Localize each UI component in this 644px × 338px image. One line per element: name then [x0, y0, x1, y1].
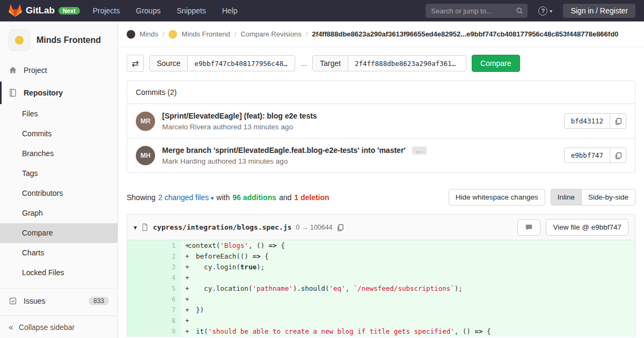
commit-sha-link[interactable]: bfd43112: [564, 113, 610, 129]
file-mode: 0 → 100644: [296, 224, 332, 231]
view-file-button[interactable]: View file @ e9bbf747: [546, 219, 628, 236]
and-label: and: [279, 193, 291, 202]
old-line-gutter: [127, 294, 154, 305]
search-box[interactable]: [426, 4, 528, 18]
diff-view-controls: Hide whitespace changes Inline Side-by-s…: [449, 189, 635, 205]
diff-add-sign: +: [181, 240, 188, 251]
chevron-double-left-icon: «: [9, 322, 13, 332]
side-by-side-toggle[interactable]: Side-by-side: [582, 189, 635, 205]
active-section-indicator: [0, 82, 2, 104]
page-layout: Minds Frontend Project Repository: [0, 21, 644, 338]
new-line-number[interactable]: 8: [154, 315, 181, 326]
inline-toggle[interactable]: Inline: [551, 189, 582, 205]
copy-sha-button[interactable]: [610, 148, 626, 163]
file-icon: [141, 223, 149, 231]
commit-sha-link[interactable]: e9bbf747: [564, 148, 610, 163]
sign-in-button[interactable]: Sign in / Register: [563, 4, 635, 18]
nav-help[interactable]: Help: [222, 6, 238, 15]
old-line-gutter: [127, 273, 154, 283]
nav-groups[interactable]: Groups: [136, 6, 160, 15]
collapse-sidebar-button[interactable]: « Collapse sidebar: [0, 315, 118, 338]
diff-code-cell: +: [181, 273, 635, 283]
brand-name: GitLab: [26, 5, 55, 16]
target-input-group: Target: [312, 55, 466, 71]
commit-sha-group: bfd43112: [564, 113, 626, 129]
project-title: Minds Frontend: [36, 35, 101, 45]
commit-title-link[interactable]: [Sprint/ElevatedEagle] (feat): blog e2e …: [162, 112, 317, 120]
search-input[interactable]: [426, 7, 528, 15]
navbar: GitLab Next Projects Groups Snippets Hel…: [0, 0, 644, 21]
commit-title-link[interactable]: Merge branch 'sprint/ElevatedEagle.feat.…: [162, 146, 406, 155]
commits-header: Commits (2): [127, 81, 635, 104]
diff-code-cell: + it('should be able to create a new blo…: [181, 326, 635, 337]
new-line-number[interactable]: 2: [154, 251, 181, 262]
sidebar-item-branches[interactable]: Branches: [0, 144, 118, 164]
sidebar-item-compare[interactable]: Compare: [0, 223, 118, 243]
breadcrumb-current-range: 2f4ff888dbe8623a290af3613f96655ed4e82952…: [312, 30, 618, 38]
help-menu[interactable]: ? ▾: [538, 6, 552, 16]
breadcrumb-compare-revisions[interactable]: Compare Revisions: [240, 30, 301, 38]
gitlab-compare-page: GitLab Next Projects Groups Snippets Hel…: [0, 0, 644, 338]
diff-line-row: 7 + }): [127, 305, 635, 315]
hide-whitespace-button[interactable]: Hide whitespace changes: [449, 189, 545, 205]
source-ref-input[interactable]: [188, 55, 295, 71]
sidebar-item-commits[interactable]: Commits: [0, 124, 118, 144]
new-line-number[interactable]: 7: [154, 305, 181, 315]
swap-revisions-button[interactable]: ⇄: [127, 55, 144, 72]
compare-form: ⇄ Source ... Target Compare: [118, 47, 644, 80]
sidebar-item-charts[interactable]: Charts: [0, 243, 118, 263]
additions-count: 96 additions: [232, 193, 276, 202]
sidebar-item-tags[interactable]: Tags: [0, 164, 118, 183]
range-dots: ...: [301, 59, 307, 68]
compare-button[interactable]: Compare: [472, 55, 520, 72]
commit-meta: Mark Harding authored 13 minutes ago: [162, 157, 564, 165]
nav-projects[interactable]: Projects: [93, 6, 120, 15]
diff-line-row: 5 + cy.location('pathname').should('eq',…: [127, 283, 635, 294]
diff-code-cell: +: [181, 315, 635, 326]
sidebar-item-project[interactable]: Project: [0, 59, 118, 82]
diff-line-row: 3 + cy.login(true);: [127, 262, 635, 273]
chevron-down-icon: ▾: [550, 8, 552, 14]
commit-row: MH Merge branch 'sprint/ElevatedEagle.fe…: [127, 138, 635, 172]
breadcrumb-project[interactable]: Minds Frontend: [181, 30, 230, 38]
breadcrumb-group[interactable]: Minds: [140, 30, 158, 38]
new-line-number[interactable]: 4: [154, 273, 181, 283]
changed-files-dropdown[interactable]: 2 changed files ▾: [158, 193, 214, 202]
new-line-number[interactable]: 3: [154, 262, 181, 273]
commit-description-expander[interactable]: ...: [412, 146, 427, 155]
sidebar-item-repository[interactable]: Repository: [0, 82, 118, 104]
sidebar-item-contributors[interactable]: Contributors: [0, 183, 118, 203]
diff-code-cell: +context('Blogs', () => {: [181, 240, 635, 251]
copy-file-path-button[interactable]: [336, 224, 344, 231]
diff-code-cell: +: [181, 294, 635, 305]
comment-button[interactable]: [517, 219, 540, 236]
commit-meta: Marcelo Rivera authored 13 minutes ago: [162, 123, 564, 131]
old-line-gutter: [127, 251, 154, 262]
avatar: MH: [136, 146, 155, 165]
file-actions: View file @ e9bbf747: [517, 219, 628, 236]
project-avatar: [9, 30, 30, 51]
sidebar-item-locked-files[interactable]: Locked Files: [0, 263, 118, 283]
new-line-number[interactable]: 6: [154, 294, 181, 305]
sidebar-project-link[interactable]: Minds Frontend: [0, 21, 118, 59]
sidebar-item-graph[interactable]: Graph: [0, 203, 118, 223]
collapse-diff-caret[interactable]: ▾: [134, 224, 137, 231]
breadcrumb-separator: /: [235, 30, 237, 38]
nav-snippets[interactable]: Snippets: [177, 6, 206, 15]
gitlab-logo[interactable]: GitLab Next: [9, 4, 80, 17]
content-body: Commits (2) MR [Sprint/ElevatedEagle] (f…: [118, 80, 644, 337]
new-line-number[interactable]: 5: [154, 283, 181, 294]
caret-down-icon: ▾: [211, 195, 214, 201]
diff-add-sign: +: [181, 283, 188, 294]
old-line-gutter: [127, 240, 154, 251]
copy-sha-button[interactable]: [610, 113, 626, 129]
diff-line-row: 8 +: [127, 315, 635, 326]
new-line-number[interactable]: 1: [154, 240, 181, 251]
new-line-number[interactable]: 9: [154, 326, 181, 337]
sidebar-item-issues[interactable]: Issues 833: [0, 288, 118, 311]
swap-icon: ⇄: [131, 58, 138, 69]
diff-file-header: ▾ cypress/integration/blogs.spec.js 0 → …: [127, 215, 635, 240]
target-ref-input[interactable]: [348, 55, 466, 71]
sidebar-item-files[interactable]: Files: [0, 104, 118, 124]
copy-icon: [614, 117, 622, 125]
